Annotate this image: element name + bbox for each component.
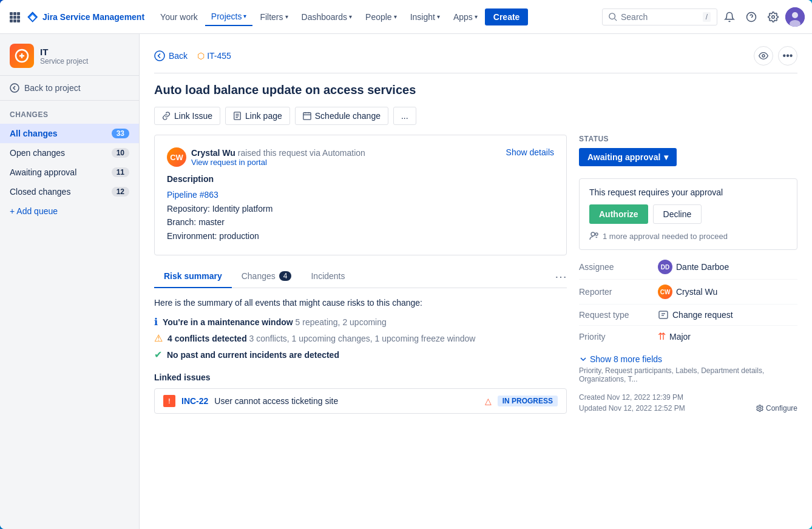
nav-insight[interactable]: Insight ▾ (404, 8, 446, 25)
sidebar-item-awaiting-approval[interactable]: Awaiting approval 11 (0, 163, 139, 182)
back-icon (10, 83, 19, 93)
svg-line-10 (615, 18, 617, 21)
nav-people[interactable]: People ▾ (359, 8, 403, 25)
closed-changes-badge: 12 (112, 187, 129, 197)
schedule-change-button[interactable]: Schedule change (295, 107, 388, 125)
linked-issue-item: ! INC-22 User cannot access ticketing si… (154, 388, 567, 414)
sidebar-project: IT Service project (0, 34, 139, 76)
nav-your-work[interactable]: Your work (154, 8, 204, 25)
risk-item-maintenance: ℹ You're in a maintenance window 5 repea… (154, 316, 567, 328)
search-shortcut: / (703, 12, 711, 22)
created-label: Created Nov 12, 2022 12:39 PM (579, 393, 683, 402)
search-box[interactable]: Search / (602, 8, 717, 25)
checkmark-icon: ✔ (154, 349, 162, 360)
people-caret: ▾ (394, 13, 397, 20)
svg-rect-1 (13, 12, 16, 15)
watch-button[interactable] (754, 46, 773, 66)
changes-section-title: Changes (0, 101, 139, 124)
awaiting-approval-badge: 11 (112, 167, 129, 177)
reporter-row: Reporter CW Crystal Wu (579, 280, 797, 305)
svg-rect-8 (17, 19, 20, 22)
page-icon (233, 112, 242, 120)
pipeline-link[interactable]: Pipeline #863 (167, 190, 554, 200)
sidebar-item-label: Open changes (10, 148, 65, 158)
svg-point-18 (10, 84, 19, 92)
issue-key[interactable]: INC-22 (181, 396, 208, 406)
more-actions-button[interactable]: ... (393, 107, 416, 125)
tabs-more-button[interactable]: ⋯ (555, 269, 567, 284)
configure-button[interactable]: Configure (756, 404, 797, 413)
back-button[interactable]: Back (154, 50, 188, 61)
nav-dashboards[interactable]: Dashboards ▾ (296, 8, 359, 25)
left-column: CW Crystal Wu raised this request via Au… (154, 135, 567, 415)
search-icon (609, 13, 617, 21)
back-arrow-icon (154, 50, 165, 61)
svg-point-20 (762, 55, 765, 57)
topnav: Jira Service Management Your work Projec… (0, 0, 812, 34)
assignee-avatar: DD (658, 260, 672, 274)
app-logo[interactable]: Jira Service Management (27, 11, 144, 23)
info-icon: ℹ (154, 316, 158, 328)
link-issue-button[interactable]: Link Issue (154, 107, 220, 125)
nav-projects[interactable]: Projects ▾ (205, 8, 253, 26)
major-priority-icon: ⇈ (658, 331, 666, 342)
svg-rect-6 (10, 19, 13, 22)
page-title: Auto load balance update on access servi… (154, 83, 797, 97)
configure-gear-icon (756, 405, 763, 412)
create-button[interactable]: Create (485, 8, 529, 25)
help-button[interactable] (742, 7, 761, 27)
apps-caret: ▾ (475, 13, 478, 20)
decline-button[interactable]: Decline (653, 204, 702, 224)
tabs-bar: Risk summary Changes 4 Incidents ⋯ (154, 265, 567, 288)
svg-rect-5 (17, 16, 20, 19)
authorize-button[interactable]: Authorize (589, 204, 648, 224)
show-details-link[interactable]: Show details (506, 147, 554, 157)
right-panel: STATUS Awaiting approval ▾ This request … (579, 135, 797, 415)
action-bar: Link Issue Link page Schedule change ... (154, 107, 797, 125)
grid-icon[interactable] (7, 10, 22, 24)
tab-incidents[interactable]: Incidents (301, 265, 354, 288)
link-icon (162, 112, 171, 120)
priority-row: Priority ⇈ Major (579, 326, 797, 347)
more-dots-icon: ••• (783, 50, 793, 61)
approval-box: This request requires your approval Auth… (579, 178, 797, 250)
link-page-button[interactable]: Link page (225, 107, 290, 125)
nav-apps[interactable]: Apps ▾ (447, 8, 484, 25)
breadcrumb-area: Back ⬡ IT-455 ••• (154, 46, 797, 73)
issue-key-link[interactable]: ⬡ IT-455 (197, 51, 231, 61)
open-changes-badge: 10 (112, 148, 129, 158)
risk-summary-content: Here is the summary of all events that m… (154, 298, 567, 360)
calendar-icon (303, 112, 311, 120)
description-card: CW Crystal Wu raised this request via Au… (154, 135, 567, 255)
svg-rect-3 (10, 16, 13, 19)
eye-icon (759, 51, 768, 61)
tab-risk-summary[interactable]: Risk summary (154, 265, 232, 288)
tab-changes[interactable]: Changes 4 (232, 265, 302, 288)
more-options-button[interactable]: ••• (778, 46, 797, 66)
priority-up-icon: △ (485, 396, 492, 406)
sidebar-item-closed-changes[interactable]: Closed changes 12 (0, 182, 139, 201)
main-content: Back ⬡ IT-455 ••• (140, 34, 812, 529)
filters-caret: ▾ (285, 13, 288, 20)
settings-button[interactable] (763, 7, 783, 27)
status-button[interactable]: Awaiting approval ▾ (579, 148, 677, 166)
svg-rect-0 (10, 12, 13, 15)
user-avatar[interactable] (785, 7, 805, 27)
view-portal-link[interactable]: View request in portal (191, 158, 365, 167)
svg-rect-25 (303, 113, 311, 120)
insight-caret: ▾ (437, 13, 440, 20)
show-more-fields-button[interactable]: Show 8 more fields (579, 354, 797, 364)
sidebar-item-all-changes[interactable]: All changes 33 (0, 124, 139, 143)
detail-section: Assignee DD Dante Darboe Reporter (579, 255, 797, 347)
nav-filters[interactable]: Filters ▾ (254, 8, 294, 25)
svg-point-9 (609, 13, 615, 19)
svg-point-32 (759, 407, 761, 409)
back-to-project[interactable]: Back to project (0, 76, 139, 101)
sidebar-item-open-changes[interactable]: Open changes 10 (0, 143, 139, 163)
project-name: IT (40, 47, 88, 57)
incident-type-icon: ! (163, 395, 175, 407)
add-queue-button[interactable]: + Add queue (0, 201, 139, 221)
dashboards-caret: ▾ (349, 13, 352, 20)
notifications-button[interactable] (720, 7, 739, 27)
svg-point-29 (591, 232, 595, 236)
